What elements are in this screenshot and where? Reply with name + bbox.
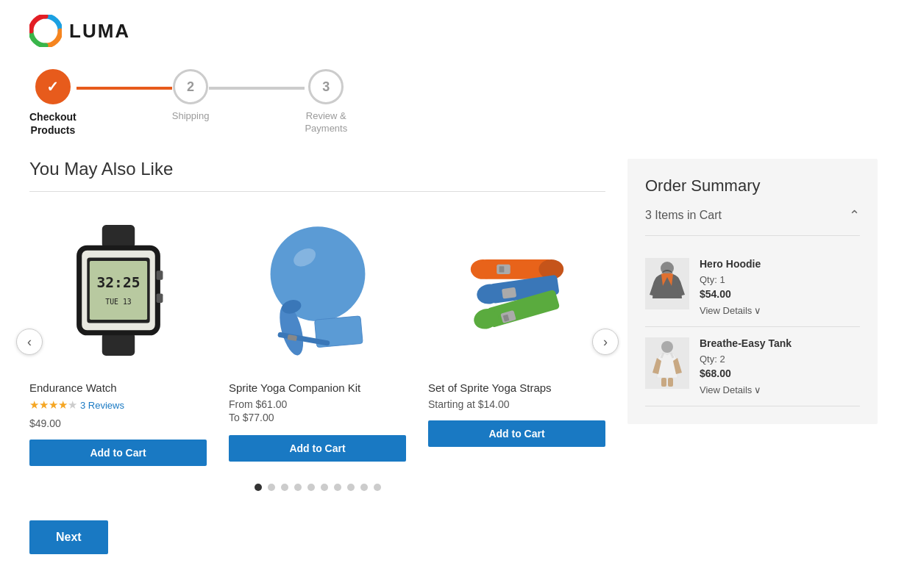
svg-rect-1 bbox=[102, 225, 134, 248]
dot-1[interactable] bbox=[268, 484, 275, 491]
dot-9[interactable] bbox=[374, 484, 381, 491]
carousel-dots bbox=[29, 484, 605, 491]
cart-item-breathe-easy: Breathe-Easy Tank Qty: 2 $68.00 View Det… bbox=[645, 327, 860, 406]
items-in-cart-label: 3 Items in Cart bbox=[645, 209, 722, 222]
product-image-wrapper-1: 32:25 TUE 13 bbox=[29, 209, 207, 371]
connector-2 bbox=[209, 87, 305, 90]
products-row: 32:25 TUE 13 Endurance Watch ★★★★★ bbox=[29, 209, 605, 466]
carousel-prev-button[interactable]: ‹ bbox=[16, 329, 43, 355]
product-2-price-to: To $77.00 bbox=[229, 412, 406, 423]
product-1-reviews-link[interactable]: 3 Reviews bbox=[80, 400, 124, 411]
dot-3[interactable] bbox=[294, 484, 302, 491]
cart-item-1-qty: Qty: 1 bbox=[700, 274, 860, 285]
dot-0[interactable] bbox=[255, 484, 262, 491]
svg-rect-34 bbox=[668, 378, 673, 387]
step-checkout: ✓ CheckoutProducts bbox=[29, 69, 77, 137]
header: LUMA bbox=[29, 15, 878, 47]
svg-rect-2 bbox=[102, 333, 134, 356]
hero-hoodie-thumbnail bbox=[645, 258, 689, 309]
product-card-yoga-straps: Set of Sprite Yoga Straps Starting at $1… bbox=[428, 209, 605, 466]
left-panel: You May Also Like ‹ bbox=[29, 159, 605, 554]
step-1-label: CheckoutProducts bbox=[29, 110, 77, 137]
step-3-circle: 3 bbox=[308, 69, 344, 104]
svg-point-20 bbox=[470, 259, 495, 279]
product-image-wrapper-2 bbox=[229, 209, 406, 371]
step-review: 3 Review &Payments bbox=[305, 69, 347, 135]
cart-item-2-view-details-link[interactable]: View Details ∨ bbox=[700, 384, 761, 395]
product-image-wrapper-3 bbox=[428, 209, 605, 371]
items-in-cart-row[interactable]: 3 Items in Cart ⌃ bbox=[645, 207, 860, 236]
cart-item-2-image bbox=[645, 337, 689, 389]
product-2-add-to-cart-button[interactable]: Add to Cart bbox=[229, 435, 406, 462]
product-3-price: Starting at $14.00 bbox=[428, 398, 605, 410]
stepper: ✓ CheckoutProducts 2 Shipping 3 Review &… bbox=[29, 69, 456, 137]
svg-rect-10 bbox=[156, 294, 163, 303]
svg-rect-9 bbox=[156, 271, 163, 280]
breathe-easy-tank-thumbnail bbox=[645, 337, 689, 389]
step-2-circle: 2 bbox=[173, 69, 208, 104]
yoga-kit-image bbox=[255, 217, 380, 364]
carousel-next-button[interactable]: › bbox=[592, 329, 619, 355]
endurance-watch-image: 32:25 TUE 13 bbox=[60, 217, 177, 364]
step-1-circle: ✓ bbox=[35, 69, 71, 104]
yoga-straps-image bbox=[458, 217, 576, 364]
svg-rect-33 bbox=[661, 378, 666, 387]
logo-icon bbox=[29, 15, 62, 47]
dot-8[interactable] bbox=[360, 484, 368, 491]
product-3-add-to-cart-button[interactable]: Add to Cart bbox=[428, 420, 605, 447]
section-divider bbox=[29, 191, 605, 192]
dot-4[interactable] bbox=[307, 484, 315, 491]
dot-2[interactable] bbox=[281, 484, 288, 491]
cart-item-1-image bbox=[645, 258, 689, 309]
order-summary: Order Summary 3 Items in Cart ⌃ bbox=[627, 159, 878, 424]
product-1-rating-row: ★★★★★ 3 Reviews bbox=[29, 398, 207, 412]
order-summary-panel: Order Summary 3 Items in Cart ⌃ bbox=[627, 159, 878, 424]
dot-5[interactable] bbox=[321, 484, 328, 491]
chevron-up-icon: ⌃ bbox=[849, 207, 860, 223]
product-1-name: Endurance Watch bbox=[29, 381, 207, 394]
cart-item-1-info: Hero Hoodie Qty: 1 $54.00 View Details ∨ bbox=[700, 258, 860, 316]
section-title: You May Also Like bbox=[29, 159, 605, 179]
next-button[interactable]: Next bbox=[29, 520, 108, 554]
cart-item-2-price: $68.00 bbox=[700, 368, 860, 379]
cart-item-hero-hoodie: Hero Hoodie Qty: 1 $54.00 View Details ∨ bbox=[645, 248, 860, 327]
svg-text:32:25: 32:25 bbox=[96, 274, 140, 291]
step-3-label: Review &Payments bbox=[305, 110, 347, 135]
product-1-stars: ★★★★ bbox=[29, 398, 68, 412]
step-shipping: 2 Shipping bbox=[172, 69, 210, 123]
product-card-endurance-watch: 32:25 TUE 13 Endurance Watch ★★★★★ bbox=[29, 209, 207, 466]
svg-point-31 bbox=[661, 262, 674, 275]
cart-item-1-price: $54.00 bbox=[700, 288, 860, 300]
svg-text:TUE 13: TUE 13 bbox=[105, 298, 131, 306]
cart-item-2-qty: Qty: 2 bbox=[700, 354, 860, 365]
product-3-name: Set of Sprite Yoga Straps bbox=[428, 381, 605, 394]
dot-6[interactable] bbox=[334, 484, 341, 491]
logo[interactable]: LUMA bbox=[29, 15, 130, 47]
order-summary-title: Order Summary bbox=[645, 176, 860, 196]
cart-item-2-name: Breathe-Easy Tank bbox=[700, 337, 860, 349]
product-1-price: $49.00 bbox=[29, 417, 207, 429]
svg-rect-26 bbox=[501, 287, 516, 299]
step-2-label: Shipping bbox=[172, 110, 210, 123]
connector-1 bbox=[77, 87, 172, 90]
product-1-add-to-cart-button[interactable]: Add to Cart bbox=[29, 440, 207, 466]
product-carousel: ‹ bbox=[29, 209, 605, 466]
dot-7[interactable] bbox=[347, 484, 355, 491]
cart-item-2-info: Breathe-Easy Tank Qty: 2 $68.00 View Det… bbox=[700, 337, 860, 395]
logo-text: LUMA bbox=[69, 20, 130, 43]
product-2-price-from: From $61.00 bbox=[229, 398, 406, 410]
cart-item-1-name: Hero Hoodie bbox=[700, 258, 860, 270]
svg-rect-23 bbox=[499, 267, 504, 273]
product-2-name: Sprite Yoga Companion Kit bbox=[229, 381, 406, 394]
svg-point-32 bbox=[661, 341, 673, 353]
product-card-yoga-kit: Sprite Yoga Companion Kit From $61.00 To… bbox=[229, 209, 406, 466]
main-content: You May Also Like ‹ bbox=[29, 159, 878, 554]
cart-item-1-view-details-link[interactable]: View Details ∨ bbox=[700, 305, 761, 316]
